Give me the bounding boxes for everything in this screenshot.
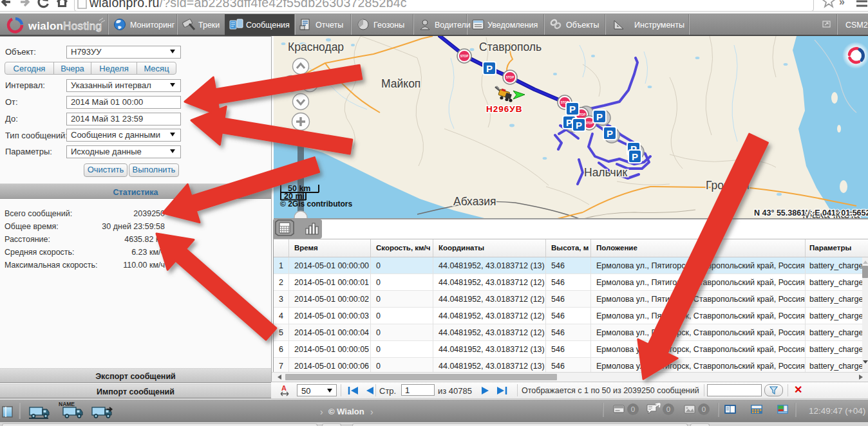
svg-text:›: › (370, 407, 373, 417)
svg-text:STOP: STOP (585, 122, 593, 125)
svg-text:N 43° 55.3861' ; E 041° 01.565: N 43° 55.3861' ; E 041° 01.5652 (754, 208, 868, 218)
svg-text:Ставрополь: Ставрополь (479, 41, 542, 53)
svg-text:0: 0 (666, 405, 670, 413)
svg-text:P: P (576, 120, 582, 131)
svg-text:Майкоп: Майкоп (381, 77, 420, 90)
svg-text:STOP: STOP (460, 55, 468, 58)
svg-text:© Wialon: © Wialon (328, 407, 364, 416)
svg-text:›: › (320, 407, 323, 417)
svg-text:Н296УВ: Н296УВ (486, 104, 522, 114)
svg-text:P: P (486, 63, 493, 74)
svg-text:Абхазия: Абхазия (453, 195, 496, 208)
svg-text:0: 0 (631, 405, 635, 413)
svg-text:P: P (632, 151, 638, 162)
svg-text:Краснодар: Краснодар (288, 41, 344, 53)
svg-text:0: 0 (702, 405, 706, 413)
svg-text:NAME: NAME (59, 401, 75, 407)
svg-text:»: » (839, 0, 845, 7)
svg-text:© 2Gis contributors: © 2Gis contributors (280, 199, 353, 208)
svg-text:P: P (569, 104, 576, 115)
svg-text:P: P (596, 111, 603, 122)
svg-text:12:49:47 (+04): 12:49:47 (+04) (809, 406, 865, 416)
svg-text:Нальчик: Нальчик (584, 166, 627, 179)
svg-text:P: P (607, 128, 613, 139)
svg-text:P: P (566, 117, 572, 128)
svg-text:Грозный: Грозный (706, 179, 750, 192)
svg-text:STOP: STOP (506, 76, 514, 79)
svg-text:A: A (281, 384, 287, 392)
